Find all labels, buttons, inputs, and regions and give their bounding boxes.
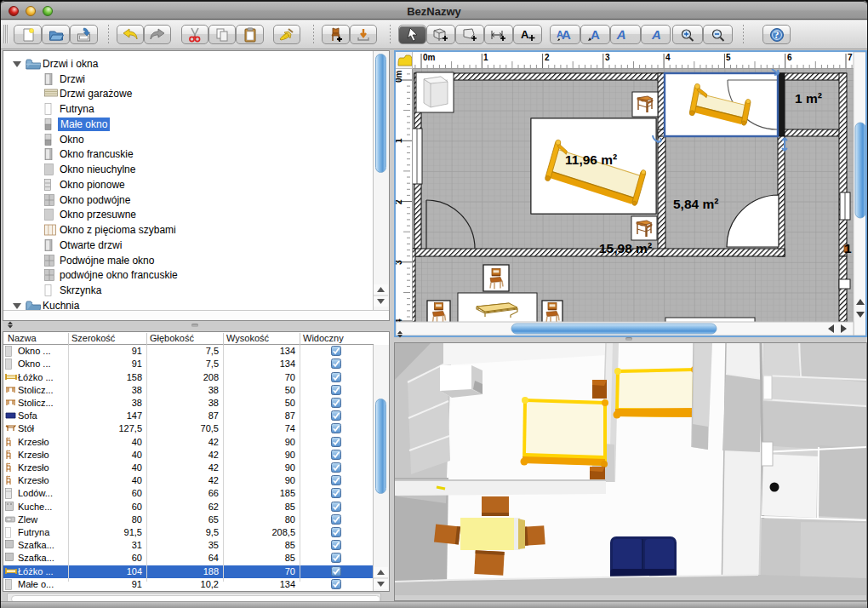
svg-text:6: 6 (787, 53, 792, 62)
svg-text:A: A (651, 27, 661, 42)
svg-text:0m: 0m (423, 53, 436, 62)
svg-text:7: 7 (848, 53, 853, 62)
svg-text:1 m²: 1 m² (795, 91, 822, 106)
svg-text:A: A (521, 28, 529, 41)
svg-text:4: 4 (665, 53, 671, 62)
svg-text:11,96 m²: 11,96 m² (565, 152, 617, 167)
svg-text:5: 5 (726, 53, 731, 62)
svg-text:2: 2 (545, 53, 550, 62)
svg-text:1: 1 (396, 138, 403, 143)
svg-text:?: ? (774, 29, 779, 41)
svg-text:2: 2 (396, 199, 403, 204)
svg-text:A: A (616, 27, 628, 42)
svg-text:5,84 m²: 5,84 m² (673, 197, 718, 211)
svg-text:A: A (557, 29, 563, 39)
svg-text:1: 1 (483, 53, 488, 62)
svg-text:A: A (591, 27, 600, 42)
svg-text:3: 3 (605, 53, 610, 62)
svg-text:3: 3 (396, 260, 403, 265)
svg-text:15,98 m²: 15,98 m² (599, 241, 652, 255)
svg-text:1: 1 (844, 241, 852, 255)
svg-text:0m: 0m (396, 70, 403, 83)
